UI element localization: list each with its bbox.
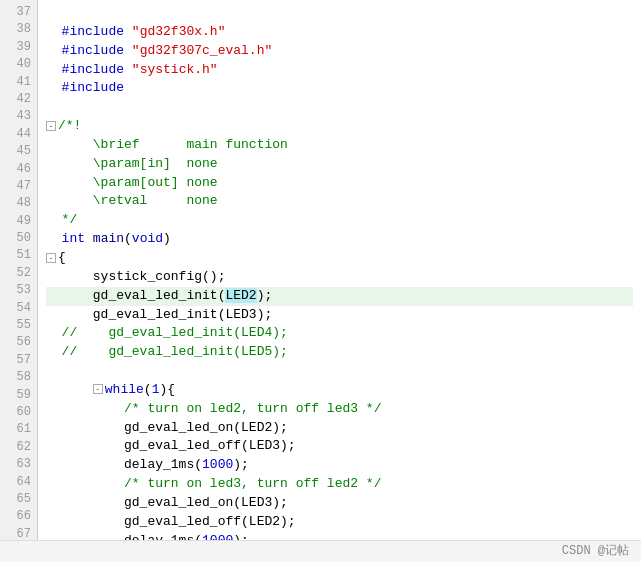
- code-line: gd_eval_led_init(LED3);: [46, 306, 633, 325]
- line-number: 50: [8, 230, 31, 247]
- code-area[interactable]: #include "gd32f30x.h" #include "gd32f307…: [38, 0, 641, 540]
- line-number: 61: [8, 421, 31, 438]
- code-line: -/*!: [46, 117, 633, 136]
- line-number: 55: [8, 317, 31, 334]
- line-number: 41: [8, 74, 31, 91]
- code-line: \retval none: [46, 192, 633, 211]
- line-number: 48: [8, 195, 31, 212]
- code-line: \param[in] none: [46, 155, 633, 174]
- code-line: */: [46, 211, 633, 230]
- line-number: 60: [8, 404, 31, 421]
- line-number: 62: [8, 439, 31, 456]
- line-number: 59: [8, 387, 31, 404]
- fold-icon[interactable]: -: [93, 384, 103, 394]
- fold-icon[interactable]: -: [46, 253, 56, 263]
- line-number: 47: [8, 178, 31, 195]
- code-line: \brief main function: [46, 136, 633, 155]
- footer: CSDN @记帖: [0, 540, 641, 562]
- line-numbers: 3738394041424344454647484950515253545556…: [0, 0, 38, 540]
- code-line: [46, 4, 633, 23]
- line-number: 67: [8, 526, 31, 540]
- watermark-text: CSDN @记帖: [562, 543, 629, 560]
- line-number: 63: [8, 456, 31, 473]
- code-line: gd_eval_led_init(LED2);: [46, 287, 633, 306]
- line-number: 54: [8, 300, 31, 317]
- line-number: 42: [8, 91, 31, 108]
- fold-icon[interactable]: -: [46, 121, 56, 131]
- line-number: 43: [8, 108, 31, 125]
- code-line: delay_1ms(1000);: [46, 532, 633, 540]
- code-line: [46, 362, 633, 381]
- line-number: 45: [8, 143, 31, 160]
- code-line: int main(void): [46, 230, 633, 249]
- code-line: \param[out] none: [46, 174, 633, 193]
- line-number: 58: [8, 369, 31, 386]
- line-number: 51: [8, 247, 31, 264]
- line-number: 56: [8, 334, 31, 351]
- line-number: 66: [8, 508, 31, 525]
- code-line: -{: [46, 249, 633, 268]
- code-line: #include "systick.h": [46, 61, 633, 80]
- line-number: 37: [8, 4, 31, 21]
- code-line: gd_eval_led_off(LED2);: [46, 513, 633, 532]
- code-editor: 3738394041424344454647484950515253545556…: [0, 0, 641, 540]
- line-number: 53: [8, 282, 31, 299]
- code-line: gd_eval_led_off(LED3);: [46, 437, 633, 456]
- code-line: systick_config();: [46, 268, 633, 287]
- code-line: gd_eval_led_on(LED3);: [46, 494, 633, 513]
- code-line: gd_eval_led_on(LED2);: [46, 419, 633, 438]
- led-highlight: LED2: [225, 288, 256, 303]
- line-number: 44: [8, 126, 31, 143]
- line-number: 46: [8, 161, 31, 178]
- code-line: #include "gd32f307c_eval.h": [46, 42, 633, 61]
- code-line: /* turn on led3, turn off led2 */: [46, 475, 633, 494]
- line-number: 49: [8, 213, 31, 230]
- code-line: delay_1ms(1000);: [46, 456, 633, 475]
- line-number: 40: [8, 56, 31, 73]
- code-line: -while(1){: [46, 381, 633, 400]
- code-line: [46, 98, 633, 117]
- code-line: /* turn on led2, turn off led3 */: [46, 400, 633, 419]
- line-number: 64: [8, 474, 31, 491]
- line-number: 52: [8, 265, 31, 282]
- code-line: #include "gd32f30x.h": [46, 23, 633, 42]
- code-line: #include: [46, 79, 633, 98]
- line-number: 57: [8, 352, 31, 369]
- line-number: 65: [8, 491, 31, 508]
- line-number: 38: [8, 21, 31, 38]
- line-number: 39: [8, 39, 31, 56]
- code-line: // gd_eval_led_init(LED5);: [46, 343, 633, 362]
- code-line: // gd_eval_led_init(LED4);: [46, 324, 633, 343]
